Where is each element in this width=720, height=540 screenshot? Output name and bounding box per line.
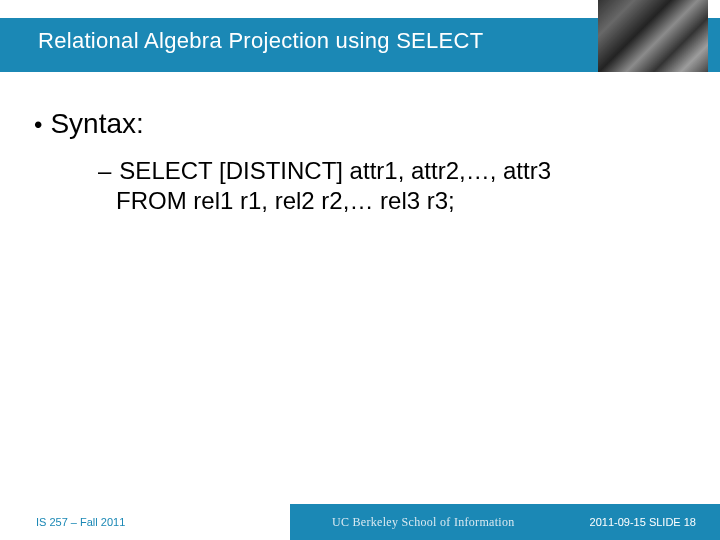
bullet-syntax: • Syntax:: [34, 108, 674, 140]
slide-title: Relational Algebra Projection using SELE…: [38, 28, 484, 54]
footer-course-label: IS 257 – Fall 2011: [36, 504, 125, 540]
footer-school-name: UC Berkeley School of Information: [332, 515, 515, 530]
footer-date-slide: 2011-09-15 SLIDE 18: [590, 504, 696, 540]
footer: IS 257 – Fall 2011 UC Berkeley School of…: [0, 504, 720, 540]
slide-content: • Syntax: – SELECT [DISTINCT] attr1, att…: [34, 108, 674, 216]
sub-bullet-line2: FROM rel1 r1, rel2 r2,… rel3 r3;: [116, 186, 674, 216]
bullet-text: Syntax:: [50, 108, 143, 140]
sub-bullet-marker: –: [98, 157, 111, 185]
sub-bullet-row: – SELECT [DISTINCT] attr1, attr2,…, attr…: [98, 156, 674, 186]
header-band: Relational Algebra Projection using SELE…: [0, 0, 720, 72]
sub-bullet-line1: SELECT [DISTINCT] attr1, attr2,…, attr3: [119, 156, 551, 186]
header-decorative-photo: [598, 0, 708, 72]
sub-bullet-block: – SELECT [DISTINCT] attr1, attr2,…, attr…: [98, 156, 674, 216]
bullet-marker: •: [34, 111, 42, 139]
